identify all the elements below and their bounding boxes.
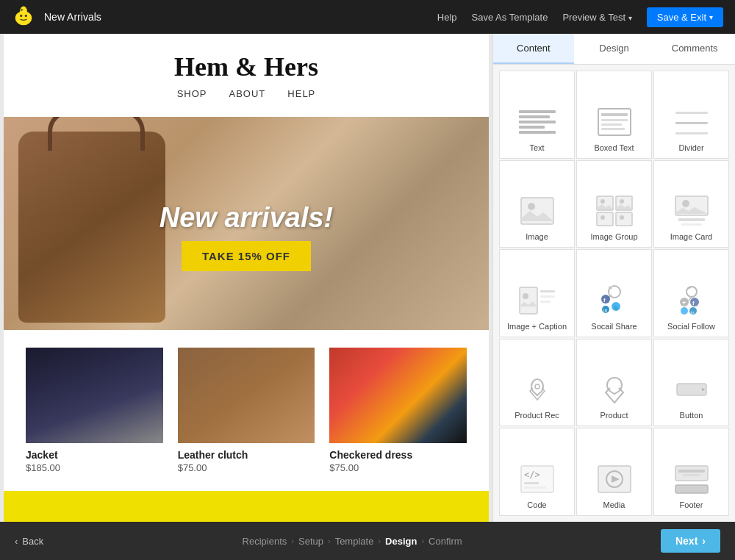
svg-rect-8 (601, 119, 628, 121)
hero-text-block: New arrivals! TAKE 15% OFF (114, 202, 379, 271)
svg-point-21 (600, 215, 605, 220)
email-navigation: SHOP ABOUT HELP (18, 82, 474, 108)
svg-rect-13 (675, 132, 708, 134)
svg-rect-31 (540, 295, 555, 298)
email-preview: Hem & Hers SHOP ABOUT HELP New arrivals!… (0, 34, 492, 522)
svg-rect-10 (601, 128, 625, 130)
help-link[interactable]: Help (437, 12, 457, 23)
svg-rect-59 (675, 466, 708, 481)
mailchimp-logo (12, 5, 35, 29)
svg-text:+: + (682, 299, 686, 306)
back-button[interactable]: ‹ Back (15, 536, 43, 547)
breadcrumb-confirm[interactable]: Confirm (429, 536, 462, 547)
breadcrumb-design[interactable]: Design (385, 536, 417, 547)
svg-point-29 (523, 293, 528, 299)
product-item-1: Jacket $185.00 (18, 348, 171, 473)
product-block-icon (592, 371, 637, 408)
svg-text:🐦: 🐦 (613, 304, 620, 311)
social-share-block-icon: f 🐦 in (592, 282, 637, 319)
block-social-share[interactable]: f 🐦 in Socail Share (576, 249, 652, 337)
block-social-follow-label: Social Follow (667, 322, 715, 331)
email-body: Hem & Hers SHOP ABOUT HELP New arrivals!… (4, 34, 489, 522)
product-name-1: Jacket (26, 449, 163, 461)
svg-rect-12 (675, 122, 708, 124)
email-nav-help[interactable]: HELP (287, 88, 315, 99)
svg-point-15 (528, 203, 535, 210)
bottom-bar: ‹ Back Recipients › Setup › Template › D… (0, 522, 735, 560)
svg-rect-32 (540, 301, 551, 303)
image-caption-block-icon (515, 282, 559, 319)
next-arrow-icon: › (702, 535, 706, 547)
nav-actions: Help Save As Template Preview & Test ▾ S… (437, 7, 723, 27)
products-section: Jacket $185.00 Leather clutch $75.00 Che… (4, 330, 489, 491)
footer-block-icon (670, 461, 714, 498)
svg-text:f: f (603, 297, 606, 304)
tab-content[interactable]: Content (493, 34, 574, 64)
breadcrumb-sep-4: › (421, 536, 424, 545)
save-exit-button[interactable]: Save & Exit ▾ (647, 7, 723, 27)
image-card-block-icon (670, 193, 714, 229)
panel-tabs: Content Design Comments (493, 34, 735, 65)
svg-rect-22 (616, 212, 632, 226)
block-social-follow[interactable]: + f in Social Follow (653, 249, 729, 337)
block-divider-label: Divider (678, 143, 703, 152)
image-block-icon (515, 193, 559, 229)
product-price-2: $75.00 (178, 462, 315, 473)
block-image[interactable]: Image (499, 160, 575, 248)
block-boxed-text[interactable]: Boxed Text (576, 71, 652, 159)
block-text-label: Text (529, 143, 544, 152)
email-nav-about[interactable]: ABOUT (229, 88, 266, 99)
svg-text:</>: </> (524, 470, 540, 480)
block-image-label: Image (526, 232, 548, 241)
tab-design[interactable]: Design (574, 34, 655, 64)
svg-rect-61 (683, 474, 700, 476)
block-media-label: Media (603, 500, 625, 509)
preview-test-link[interactable]: Preview & Test ▾ (562, 12, 631, 23)
svg-rect-26 (678, 218, 705, 221)
svg-rect-20 (597, 212, 613, 226)
block-product[interactable]: Product (576, 339, 652, 427)
block-image-card[interactable]: Image Card (653, 160, 729, 248)
block-divider[interactable]: Divider (653, 71, 729, 159)
svg-point-17 (600, 199, 605, 204)
next-button[interactable]: Next › (661, 529, 720, 553)
hero-cta-button[interactable]: TAKE 15% OFF (182, 241, 311, 271)
email-nav-shop[interactable]: SHOP (177, 88, 207, 99)
chevron-down-icon: ▾ (628, 14, 632, 22)
svg-rect-60 (678, 470, 705, 473)
code-block-icon: </> (515, 461, 559, 498)
block-media[interactable]: Media (576, 428, 652, 516)
boxed-text-block-icon (592, 104, 637, 140)
breadcrumb-navigation: Recipients › Setup › Template › Design ›… (43, 536, 661, 547)
breadcrumb-template[interactable]: Template (335, 536, 374, 547)
block-image-caption[interactable]: Image + Caption (499, 249, 575, 337)
product-image-2 (178, 348, 315, 443)
save-template-link[interactable]: Save As Template (472, 12, 548, 23)
block-code-label: Code (527, 500, 546, 509)
svg-rect-7 (601, 113, 628, 116)
tab-comments[interactable]: Comments (654, 34, 735, 64)
block-footer-label: Footer (680, 500, 703, 509)
svg-rect-54 (524, 482, 539, 484)
text-block-icon (515, 104, 559, 140)
back-arrow-icon: ‹ (15, 536, 18, 547)
breadcrumb-setup[interactable]: Setup (298, 536, 323, 547)
block-button-label: Button (680, 411, 703, 420)
block-code[interactable]: </> Code (499, 428, 575, 516)
product-rec-block-icon (515, 371, 559, 408)
app-title: New Arrivals (44, 11, 437, 23)
block-text[interactable]: Text (499, 71, 575, 159)
product-image-3 (329, 348, 467, 443)
block-footer[interactable]: Footer (653, 428, 729, 516)
block-product-rec[interactable]: Product Rec (499, 339, 575, 427)
block-image-group[interactable]: Image Group (576, 160, 652, 248)
button-block-icon (670, 371, 714, 408)
block-image-card-label: Image Card (670, 232, 712, 241)
breadcrumb-recipients[interactable]: Recipients (243, 536, 287, 547)
svg-point-45 (690, 298, 699, 306)
block-button[interactable]: Button (653, 339, 729, 427)
product-price-1: $185.00 (26, 462, 163, 473)
breadcrumb-sep-2: › (328, 536, 331, 545)
block-image-caption-label: Image + Caption (507, 322, 567, 331)
svg-rect-27 (681, 223, 702, 226)
